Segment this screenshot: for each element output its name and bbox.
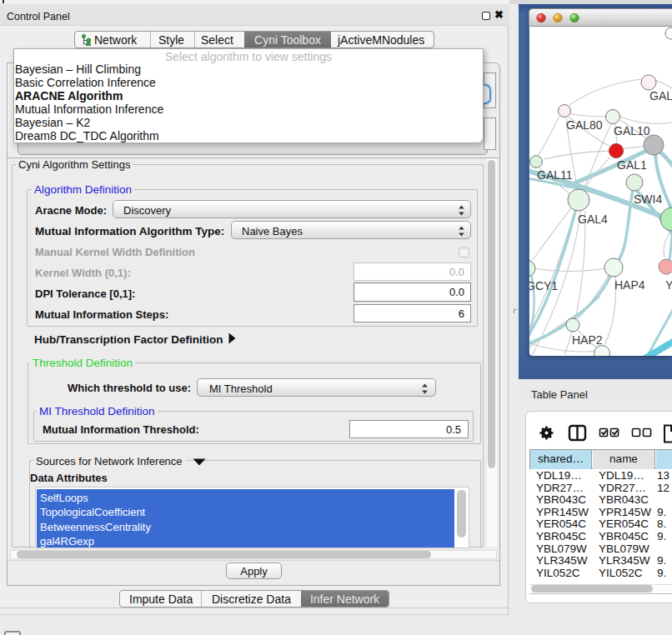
svg-text:GAL1: GAL1 — [617, 158, 647, 172]
svg-text:GCY1: GCY1 — [529, 279, 558, 292]
svg-text:SWI4: SWI4 — [634, 192, 662, 206]
svg-text:GAL11: GAL11 — [537, 168, 573, 182]
svg-text:GAL10: GAL10 — [614, 124, 650, 138]
svg-text:HAP2: HAP2 — [572, 333, 603, 347]
svg-text:GAL80: GAL80 — [566, 118, 603, 132]
svg-text:GAL4: GAL4 — [578, 212, 608, 226]
svg-text:Y: Y — [665, 278, 672, 292]
svg-text:HAP4: HAP4 — [614, 278, 645, 292]
svg-text:GAL: GAL — [649, 89, 672, 102]
